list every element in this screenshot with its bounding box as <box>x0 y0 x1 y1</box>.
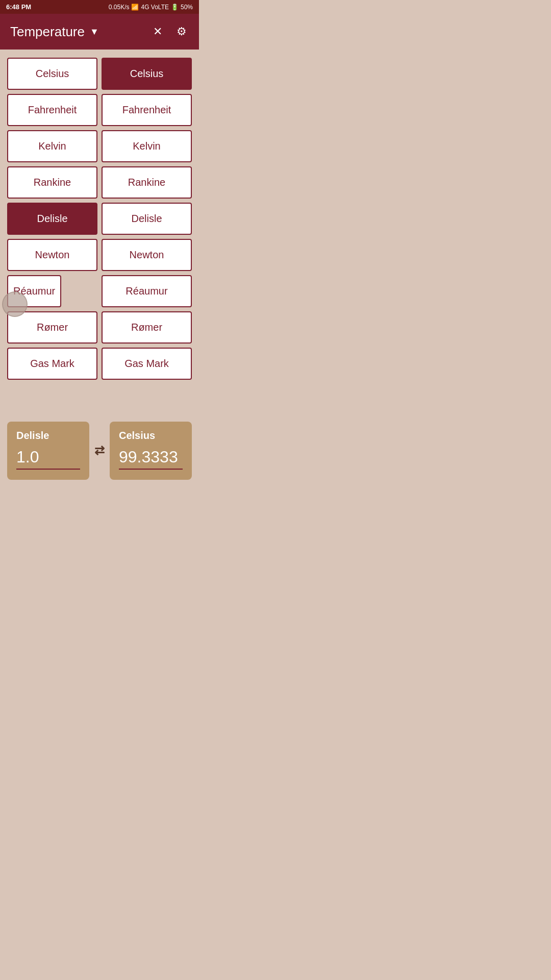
status-connectivity: 4G VoLTE <box>141 4 168 11</box>
app-header: Temperature ▼ ✕ ⚙ <box>0 14 199 50</box>
from-input-wrap <box>16 448 80 470</box>
status-time: 6:48 PM <box>6 3 31 11</box>
unit-btn-left-rankine[interactable]: Rankine <box>7 166 97 199</box>
unit-btn-left-gas-mark[interactable]: Gas Mark <box>7 348 97 380</box>
unit-btn-right-fahrenheit[interactable]: Fahrenheit <box>102 94 192 126</box>
unit-btn-right-réaumur[interactable]: Réaumur <box>102 275 192 307</box>
scroll-thumb <box>2 291 28 317</box>
unit-btn-right-delisle[interactable]: Delisle <box>102 203 192 235</box>
header-actions: ✕ ⚙ <box>151 23 189 40</box>
dropdown-icon[interactable]: ▼ <box>90 27 99 37</box>
to-label: Celsius <box>119 430 183 442</box>
status-signal-icon: 📶 <box>131 4 139 11</box>
to-input-wrap: 99.3333 <box>119 448 183 470</box>
unit-btn-left-delisle[interactable]: Delisle <box>7 203 97 235</box>
close-button[interactable]: ✕ <box>151 23 164 40</box>
unit-btn-left-rømer[interactable]: Rømer <box>7 311 97 344</box>
unit-btn-left-newton[interactable]: Newton <box>7 239 97 271</box>
swap-icon[interactable]: ⇄ <box>94 444 105 458</box>
status-right: 0.05K/s 📶 4G VoLTE 🔋 50% <box>109 4 193 11</box>
unit-btn-right-gas-mark[interactable]: Gas Mark <box>102 348 192 380</box>
header-title-area: Temperature ▼ <box>10 24 99 40</box>
unit-btn-left-celsius[interactable]: Celsius <box>7 58 97 90</box>
unit-btn-left-kelvin[interactable]: Kelvin <box>7 130 97 162</box>
swap-area[interactable]: ⇄ <box>94 444 105 458</box>
status-battery-icon: 🔋 <box>171 4 179 11</box>
status-battery: 50% <box>181 4 193 11</box>
from-conversion-box: Delisle <box>7 422 89 480</box>
from-input[interactable] <box>16 448 80 467</box>
settings-button[interactable]: ⚙ <box>174 23 189 40</box>
unit-btn-right-celsius[interactable]: Celsius <box>102 58 192 90</box>
conversion-area: Delisle ⇄ Celsius 99.3333 <box>0 411 199 495</box>
unit-btn-right-kelvin[interactable]: Kelvin <box>102 130 192 162</box>
unit-btn-right-newton[interactable]: Newton <box>102 239 192 271</box>
to-value: 99.3333 <box>119 448 178 466</box>
to-conversion-box: Celsius 99.3333 <box>110 422 192 480</box>
status-network: 0.05K/s <box>109 4 130 11</box>
unit-btn-left-fahrenheit[interactable]: Fahrenheit <box>7 94 97 126</box>
from-label: Delisle <box>16 430 80 442</box>
status-bar: 6:48 PM 0.05K/s 📶 4G VoLTE 🔋 50% <box>0 0 199 14</box>
unit-btn-right-rankine[interactable]: Rankine <box>102 166 192 199</box>
main-content: CelsiusCelsiusFahrenheitFahrenheitKelvin… <box>0 50 199 396</box>
unit-btn-right-rømer[interactable]: Rømer <box>102 311 192 344</box>
page-title: Temperature <box>10 24 85 40</box>
unit-row-reaumur: Réaumur <box>7 275 97 307</box>
unit-grid: CelsiusCelsiusFahrenheitFahrenheitKelvin… <box>7 58 192 380</box>
